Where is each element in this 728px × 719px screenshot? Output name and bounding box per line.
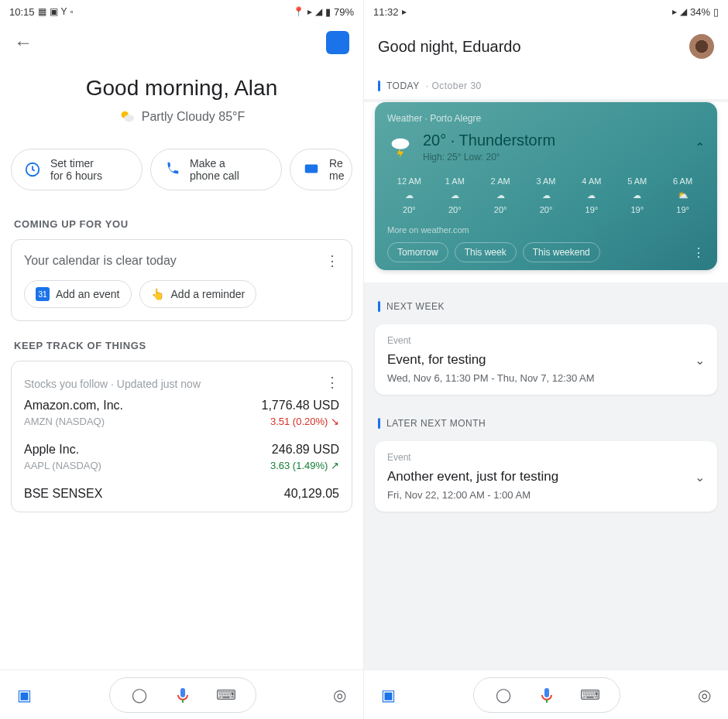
- chip-phone-call[interactable]: Make aphone call: [150, 149, 282, 190]
- more-icon[interactable]: ⋮: [692, 245, 705, 260]
- event-card[interactable]: Event Another event, just for testing ⌄ …: [375, 441, 717, 512]
- updates-icon[interactable]: ▣: [381, 686, 396, 704]
- stocks-card: Stocks you follow · Updated just now ⋮ A…: [11, 361, 352, 512]
- stock-row[interactable]: BSE SENSEX 40,129.05: [24, 479, 339, 508]
- mic-icon[interactable]: [537, 686, 556, 704]
- chip-line1: Make a: [190, 157, 225, 169]
- event-card[interactable]: Event Event, for testing ⌄ Wed, Nov 6, 1…: [375, 324, 717, 395]
- stock-name: BSE SENSEX: [24, 487, 102, 501]
- snapshot-left: 10:15 ▦ ▣ Y ▫ 📍 ▸ ◢ ▮ 79% ← Good morning…: [0, 0, 364, 719]
- calendar-icon: 31: [36, 287, 50, 301]
- svg-point-1: [124, 115, 134, 122]
- calendar-card: Your calendar is clear today ⋮ 31 Add an…: [11, 239, 352, 321]
- thunderstorm-icon: [387, 134, 414, 160]
- explore-icon[interactable]: ◎: [333, 686, 346, 704]
- cloud-icon: ☁: [433, 190, 477, 200]
- stock-row[interactable]: Apple Inc.AAPL (NASDAQ) 246.89 USD3.63 (…: [24, 435, 339, 479]
- profile-avatar[interactable]: [689, 34, 714, 59]
- cloud-icon: ☁: [569, 190, 613, 200]
- today-date: · October 30: [426, 80, 482, 91]
- assistant-bar: ▣ ◯ ⌨ ◎: [0, 669, 363, 719]
- weather-chip-thisweek[interactable]: This week: [455, 242, 517, 262]
- status-app-icon: ▦: [38, 6, 46, 17]
- latermonth-label: LATER NEXT MONTH: [386, 418, 486, 429]
- stock-ticker: AMZN (NASDAQ): [24, 416, 123, 427]
- stock-price: 246.89 USD: [270, 443, 339, 457]
- event-title: Event, for testing: [387, 352, 486, 368]
- hour-slot: 1 AM☁20°: [433, 176, 477, 214]
- stock-row[interactable]: Amazon.com, Inc.AMZN (NASDAQ) 1,776.48 U…: [24, 391, 339, 435]
- section-next-week: NEXT WEEK: [364, 282, 728, 320]
- chip-line2: for 6 hours: [50, 169, 102, 182]
- add-event-button[interactable]: 31 Add an event: [24, 280, 132, 308]
- add-reminder-button[interactable]: 👆 Add a reminder: [139, 280, 257, 308]
- input-pill: ◯ ⌨: [109, 677, 256, 713]
- stocks-header: Stocks you follow · Updated just now: [24, 378, 201, 390]
- stock-change: 3.63 (1.49%) ↗: [270, 460, 339, 471]
- assistant-bar: ▣ ◯ ⌨ ◎: [364, 669, 728, 719]
- stock-ticker: AAPL (NASDAQ): [24, 460, 101, 471]
- section-today: TODAY · October 30: [364, 73, 728, 99]
- status-time: 10:15: [9, 6, 35, 18]
- hour-slot: 5 AM☁19°: [615, 176, 659, 214]
- hourly-forecast: 12 AM☁20° 1 AM☁20° 2 AM☁20° 3 AM☁20° 4 A…: [387, 176, 705, 214]
- more-icon[interactable]: ⋮: [325, 374, 339, 391]
- event-type: Event: [387, 335, 705, 346]
- chevron-down-icon[interactable]: ⌄: [695, 470, 705, 484]
- weather-more-link[interactable]: More on weather.com: [387, 225, 705, 235]
- status-app-icon: ▣: [50, 6, 58, 17]
- status-bar: 11:32 ▸ ▸ ◢ 34% ▯: [364, 0, 728, 23]
- add-event-label: Add an event: [56, 288, 120, 300]
- add-reminder-label: Add a reminder: [171, 288, 246, 300]
- hour-slot: 2 AM☁20°: [479, 176, 523, 214]
- partly-cloudy-icon: ⛅: [661, 190, 705, 200]
- stock-name: Apple Inc.: [24, 443, 101, 457]
- weather-chip-tomorrow[interactable]: Tomorrow: [387, 242, 448, 262]
- status-app-icon: ▸: [402, 6, 407, 17]
- mic-icon[interactable]: [173, 686, 192, 704]
- section-later-month: LATER NEXT MONTH: [364, 399, 728, 437]
- weather-text: Partly Cloudy 85°F: [142, 110, 246, 124]
- more-icon[interactable]: ⋮: [325, 252, 339, 269]
- cloud-icon: ☁: [479, 190, 523, 200]
- profile-avatar[interactable]: [326, 31, 349, 54]
- stock-price: 40,129.05: [284, 487, 339, 501]
- weather-card[interactable]: Weather · Porto Alegre 20° · Thunderstor…: [375, 102, 717, 270]
- clock-icon: [24, 161, 41, 178]
- signal-icon: ◢: [680, 6, 687, 17]
- snapshot-right: 11:32 ▸ ▸ ◢ 34% ▯ Good night, Eduardo TO…: [364, 0, 728, 719]
- lens-icon[interactable]: ◯: [130, 686, 149, 704]
- wifi-icon: ▸: [307, 6, 312, 17]
- greeting-text: Good morning, Alan: [15, 76, 348, 101]
- chevron-down-icon[interactable]: ⌄: [695, 353, 705, 368]
- wifi-icon: ▸: [672, 6, 677, 17]
- chevron-up-icon[interactable]: ⌃: [695, 140, 705, 155]
- suggestion-chips: Set timerfor 6 hours Make aphone call Re…: [0, 139, 363, 200]
- back-button[interactable]: ←: [14, 32, 33, 53]
- event-title: Another event, just for testing: [387, 469, 558, 484]
- signal-icon: ◢: [315, 6, 322, 17]
- weather-highlow: High: 25° Low: 20°: [423, 152, 555, 163]
- greeting-text: Good night, Eduardo: [378, 38, 521, 56]
- keyboard-icon[interactable]: ⌨: [217, 686, 235, 704]
- weather-location: Weather · Porto Alegre: [387, 113, 705, 124]
- stock-price: 1,776.48 USD: [261, 399, 339, 413]
- svg-point-6: [392, 139, 410, 149]
- location-icon: 📍: [293, 6, 304, 17]
- cloud-icon: ☁: [615, 190, 659, 200]
- keyboard-icon[interactable]: ⌨: [581, 686, 599, 704]
- chip-set-timer[interactable]: Set timerfor 6 hours: [11, 149, 143, 190]
- weather-temp: 20° · Thunderstorm: [423, 132, 555, 149]
- weather-chip-weekend[interactable]: This weekend: [523, 242, 600, 262]
- event-date: Fri, Nov 22, 12:00 AM - 1:00 AM: [387, 489, 705, 501]
- hour-slot: 12 AM☁20°: [387, 176, 431, 214]
- phone-icon: [163, 161, 180, 178]
- explore-icon[interactable]: ◎: [698, 686, 711, 704]
- updates-icon[interactable]: ▣: [17, 686, 32, 704]
- lens-icon[interactable]: ◯: [494, 686, 513, 704]
- chip-partial[interactable]: Reme: [290, 149, 352, 190]
- status-app-icon: Y: [61, 6, 67, 17]
- weather-icon: [118, 108, 136, 125]
- today-label: TODAY: [386, 80, 420, 91]
- chip-line2: me: [329, 169, 344, 182]
